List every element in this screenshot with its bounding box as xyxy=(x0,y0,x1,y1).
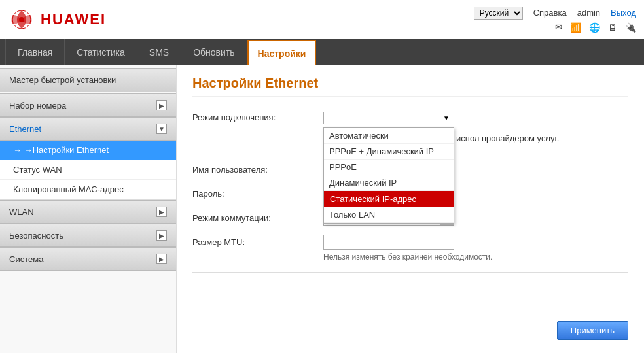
ethernet-header[interactable]: Ethernet ▼ xyxy=(0,117,176,141)
password-label: Пароль: xyxy=(192,186,323,199)
mac-clone-item[interactable]: Клонированный МАС-адрес xyxy=(0,180,176,199)
ethernet-group: Ethernet ▼ →Настройки Ethernet Статус WA… xyxy=(0,117,176,200)
nav-statistics[interactable]: Статистика xyxy=(65,39,137,65)
mtu-row: Размер MTU: Нельзя изменять без крайней … xyxy=(192,235,628,261)
security-label: Безопасность xyxy=(9,231,63,241)
switch-mode-label: Режим коммутации: xyxy=(192,210,323,223)
dialup-header[interactable]: Набор номера ▶ xyxy=(0,93,176,117)
connection-mode-label: Режим подключения: xyxy=(192,110,323,122)
top-right-top: Русский Справка admin Выход ✉ 📶 🌐 🖥 🔌 xyxy=(474,7,636,33)
dialup-label: Набор номера xyxy=(9,101,66,110)
dropdown-header-bar[interactable]: ▼ xyxy=(323,112,454,124)
dropdown-toggle-arrow[interactable]: ▼ xyxy=(443,114,450,122)
globe-icon: 🌐 xyxy=(589,22,600,33)
system-label: Система xyxy=(9,254,43,264)
main-layout: Мастер быстрой установки Набор номера ▶ … xyxy=(0,65,644,353)
language-select[interactable]: Русский xyxy=(474,7,523,20)
ethernet-settings-item[interactable]: →Настройки Ethernet xyxy=(0,141,176,160)
connection-mode-row: Режим подключения: ▼ Автоматически PPPoE… xyxy=(192,110,628,124)
system-arrow: ▶ xyxy=(156,254,167,264)
apply-button[interactable]: Применить xyxy=(557,321,628,340)
dialup-group: Набор номера ▶ xyxy=(0,93,176,117)
nav-update[interactable]: Обновить xyxy=(181,39,247,65)
monitor-icon: 🖥 xyxy=(608,22,617,33)
huawei-logo-icon xyxy=(8,8,35,31)
ethernet-arrow: ▼ xyxy=(156,124,167,134)
dropdown-open-list: Автоматически PPPoE + Динамический IP PP… xyxy=(323,127,454,224)
quick-setup-btn[interactable]: Мастер быстрой установки xyxy=(0,68,176,92)
content-area: Настройки Ethernet Режим подключения: ▼ … xyxy=(177,65,644,353)
top-bar: HUAWEI Русский Справка admin Выход ✉ 📶 🌐… xyxy=(0,0,644,39)
top-links: Русский Справка admin Выход xyxy=(474,7,636,20)
nav-sms[interactable]: SMS xyxy=(137,39,181,65)
network-icon: 🔌 xyxy=(625,22,636,33)
page-title: Настройки Ethernet xyxy=(192,76,628,97)
connection-mode-control: ▼ Автоматически PPPoE + Динамический IP … xyxy=(323,110,628,124)
help-link[interactable]: Справка xyxy=(533,8,567,18)
dropdown-option-1[interactable]: PPPoE + Динамический IP xyxy=(324,144,454,160)
username-label: Имя пользователя: xyxy=(192,162,323,175)
admin-label: admin xyxy=(577,8,600,18)
dropdown-option-2[interactable]: PPPoE xyxy=(324,160,454,175)
logo-text: HUAWEI xyxy=(41,11,106,28)
wlan-label: WLAN xyxy=(9,207,34,217)
wlan-group: WLAN ▶ xyxy=(0,200,176,224)
security-group: Безопасность ▶ xyxy=(0,224,176,247)
svg-point-1 xyxy=(19,17,24,22)
wlan-arrow: ▶ xyxy=(156,207,167,217)
status-icons: ✉ 📶 🌐 🖥 🔌 xyxy=(555,22,636,33)
logout-link[interactable]: Выход xyxy=(611,8,636,18)
email-icon[interactable]: ✉ xyxy=(555,22,562,32)
dropdown-option-3[interactable]: Динамический IP xyxy=(324,175,454,191)
connection-mode-dropdown[interactable]: ▼ Автоматически PPPoE + Динамический IP … xyxy=(323,112,454,124)
nav-settings[interactable]: Настройки xyxy=(247,40,317,66)
sidebar: Мастер быстрой установки Набор номера ▶ … xyxy=(0,65,177,353)
wlan-header[interactable]: WLAN ▶ xyxy=(0,200,176,224)
mtu-label: Размер MTU: xyxy=(192,235,323,247)
provider-note-label-empty xyxy=(192,133,323,136)
dropdown-option-5[interactable]: Только LAN xyxy=(324,207,454,223)
divider xyxy=(192,272,628,273)
dropdown-option-0[interactable]: Автоматически xyxy=(324,128,454,144)
dropdown-option-4[interactable]: Статический IP-адрес xyxy=(324,191,454,207)
wan-status-item[interactable]: Статус WAN xyxy=(0,160,176,180)
ethernet-subitems: →Настройки Ethernet Статус WAN Клонирова… xyxy=(0,141,176,200)
nav-bar: Главная Статистика SMS Обновить Настройк… xyxy=(0,39,644,65)
mtu-input[interactable] xyxy=(323,235,454,250)
ethernet-label: Ethernet xyxy=(9,124,41,134)
security-arrow: ▶ xyxy=(156,230,167,241)
security-header[interactable]: Безопасность ▶ xyxy=(0,224,176,247)
logo-area: HUAWEI xyxy=(8,8,106,31)
mtu-control: Нельзя изменять без крайней необходимост… xyxy=(323,235,628,261)
signal-icon: 📶 xyxy=(570,22,581,33)
nav-home[interactable]: Главная xyxy=(5,39,65,65)
system-header[interactable]: Система ▶ xyxy=(0,247,176,271)
top-right-area: Русский Справка admin Выход ✉ 📶 🌐 🖥 🔌 xyxy=(474,7,636,33)
mtu-note: Нельзя изменять без крайней необходимост… xyxy=(323,252,628,261)
dialup-arrow: ▶ xyxy=(156,100,167,110)
system-group: Система ▶ xyxy=(0,247,176,271)
